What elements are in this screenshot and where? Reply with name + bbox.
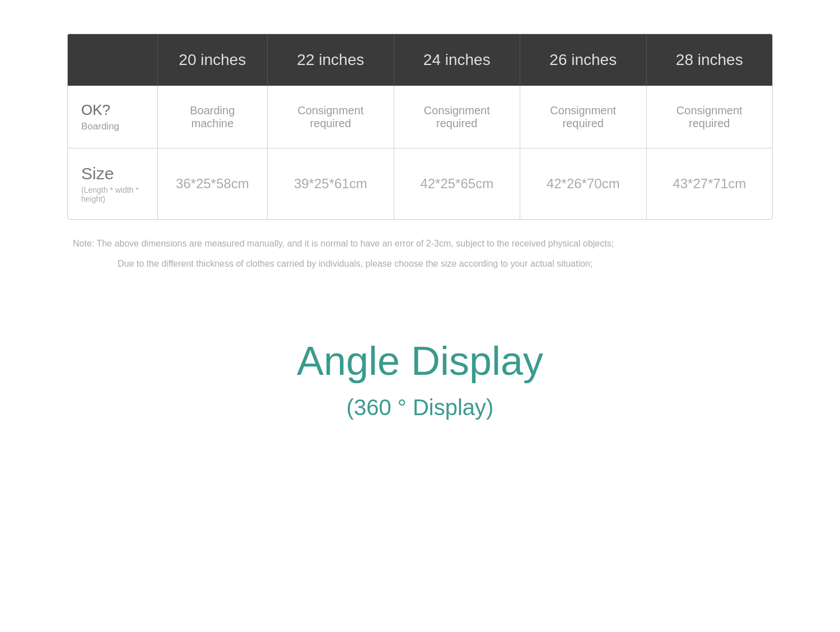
- angle-display-title: Angle Display: [67, 338, 773, 384]
- row1-col3-text: Consignment required: [424, 104, 490, 129]
- header-col4: 26 inches: [520, 34, 646, 86]
- notes-section: Note: The above dimensions are measured …: [67, 236, 773, 271]
- header-col5: 28 inches: [646, 34, 772, 86]
- row2-col1: 36*25*58cm: [157, 148, 268, 220]
- row2-col3-text: 42*25*65cm: [420, 176, 493, 191]
- header-empty: [68, 34, 157, 86]
- row2-col1-text: 36*25*58cm: [176, 176, 249, 191]
- row1-label: OK? Boarding: [68, 86, 157, 148]
- row1-col3: Consignment required: [394, 86, 520, 148]
- row1-col4: Consignment required: [520, 86, 646, 148]
- header-col1: 20 inches: [157, 34, 268, 86]
- row2-col4-text: 42*26*70cm: [547, 176, 620, 191]
- row2-col2: 39*25*61cm: [268, 148, 394, 220]
- row2-label: Size (Length * width * height): [68, 148, 157, 220]
- page-wrapper: 20 inches 22 inches 24 inches 26 inches …: [0, 0, 840, 454]
- row1-col1-text: Boarding machine: [190, 104, 235, 129]
- note2-text: Due to the different thickness of clothe…: [118, 257, 767, 271]
- size-table-container: 20 inches 22 inches 24 inches 26 inches …: [67, 34, 773, 220]
- row1-col2-text: Consignment required: [297, 104, 363, 129]
- table-row: Size (Length * width * height) 36*25*58c…: [68, 148, 772, 220]
- row1-label-main: OK?: [81, 101, 146, 119]
- row1-col5-text: Consignment required: [676, 104, 743, 129]
- row2-col5-text: 43*27*71cm: [673, 176, 746, 191]
- row2-col2-text: 39*25*61cm: [294, 176, 367, 191]
- row2-label-sub: (Length * width * height): [81, 185, 146, 203]
- header-col3: 24 inches: [394, 34, 520, 86]
- angle-display-section: Angle Display (360 ° Display): [67, 315, 773, 420]
- row2-col3: 42*25*65cm: [394, 148, 520, 220]
- row1-label-sub: Boarding: [81, 121, 146, 132]
- row2-col5: 43*27*71cm: [646, 148, 772, 220]
- row1-col2: Consignment required: [268, 86, 394, 148]
- row1-col1: Boarding machine: [157, 86, 268, 148]
- row2-col4: 42*26*70cm: [520, 148, 646, 220]
- row1-col5: Consignment required: [646, 86, 772, 148]
- row1-col4-text: Consignment required: [550, 104, 616, 129]
- table-row: OK? Boarding Boarding machine Consignmen…: [68, 86, 772, 148]
- row2-label-main: Size: [81, 164, 146, 183]
- size-table: 20 inches 22 inches 24 inches 26 inches …: [68, 34, 772, 219]
- angle-display-subtitle: (360 ° Display): [67, 395, 773, 420]
- header-col2: 22 inches: [268, 34, 394, 86]
- note1-text: Note: The above dimensions are measured …: [73, 236, 767, 251]
